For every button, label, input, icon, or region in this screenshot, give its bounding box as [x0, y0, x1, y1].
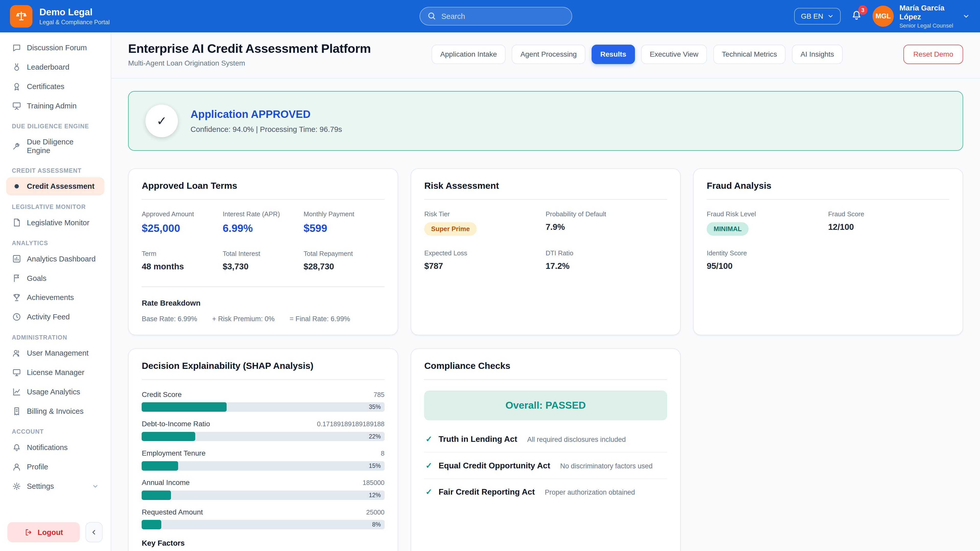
stat-label: Expected Loss [424, 249, 546, 257]
brand-subtitle: Legal & Compliance Portal [39, 19, 110, 26]
sidebar-item-training-admin[interactable]: Training Admin [6, 97, 104, 115]
progress-fill [142, 402, 227, 412]
stat-label: Risk Tier [424, 210, 546, 218]
sidebar-item-due-diligence-engine[interactable]: Due Diligence Engine [6, 133, 104, 159]
shap-feature-value: 185000 [363, 479, 385, 486]
sidebar-collapse-button[interactable] [86, 522, 102, 542]
risk-assessment-card: Risk Assessment Risk Tier Super Prime Pr… [410, 168, 681, 335]
stat-value: $25,000 [142, 222, 223, 234]
shap-bar-credit-score: Credit Score 785 35% [142, 391, 384, 412]
tab-bar: Application Intake Agent Processing Resu… [431, 44, 843, 64]
stat-total-interest: Total Interest $3,730 [223, 250, 304, 272]
card-title: Fraud Analysis [707, 181, 950, 200]
trophy-icon [12, 293, 21, 302]
logout-button[interactable]: Logout [7, 522, 80, 542]
logout-icon [24, 528, 33, 537]
sidebar-item-billing-invoices[interactable]: Billing & Invoices [6, 402, 104, 421]
progress-percent: 22% [369, 432, 381, 441]
stat-monthly-payment: Monthly Payment $599 [304, 210, 385, 234]
sidebar-item-label: Settings [27, 482, 54, 491]
stat-label: Approved Amount [142, 210, 223, 218]
shap-feature-label: Employment Tenure [142, 449, 205, 457]
bar-chart-icon [12, 254, 21, 264]
app-root: Demo Legal Legal & Compliance Portal GB … [0, 0, 980, 551]
shap-feature-value: 0.17189189189189188 [317, 421, 384, 428]
sidebar-section-legislative-monitor: LEGISLATIVE MONITOR [12, 203, 99, 210]
sidebar-item-analytics-dashboard[interactable]: Analytics Dashboard [6, 250, 104, 268]
tab-ai-insights[interactable]: AI Insights [792, 44, 843, 64]
overall-status-banner: Overall: PASSED [424, 391, 667, 421]
compliance-detail: Proper authorization obtained [545, 489, 635, 496]
compliance-checks-card: Compliance Checks Overall: PASSED ✓ Trut… [410, 348, 681, 551]
detail-cards-row: Decision Explainability (SHAP Analysis) … [128, 348, 963, 551]
notifications-button[interactable]: 3 [851, 9, 862, 24]
avatar: MGL [873, 6, 894, 27]
brand-logo[interactable] [10, 5, 32, 27]
progress-track: 12% [142, 491, 384, 500]
user-menu[interactable]: MGL María García López Senior Legal Coun… [873, 3, 970, 29]
sidebar-item-certificates[interactable]: Certificates [6, 78, 104, 96]
sidebar-item-legislative-monitor[interactable]: Legislative Monitor [6, 213, 104, 232]
document-icon [12, 218, 21, 227]
sidebar-item-goals[interactable]: Goals [6, 269, 104, 287]
stat-interest-rate: Interest Rate (APR) 6.99% [223, 210, 304, 234]
certificate-icon [12, 82, 21, 91]
language-selector[interactable]: GB EN [794, 8, 841, 24]
rate-breakdown-title: Rate Breakdown [142, 299, 384, 307]
shap-feature-label: Requested Amount [142, 508, 203, 516]
stat-label: DTI Ratio [546, 249, 667, 257]
tab-results[interactable]: Results [592, 44, 635, 64]
brand-title: Demo Legal [39, 7, 110, 17]
stat-value: 95/100 [707, 261, 828, 271]
sidebar-item-profile[interactable]: Profile [6, 458, 104, 476]
card-title: Decision Explainability (SHAP Analysis) [142, 361, 384, 380]
sidebar: Discussion Forum Leaderboard Certificate… [0, 32, 111, 551]
shap-analysis-card: Decision Explainability (SHAP Analysis) … [128, 348, 398, 551]
compliance-detail: No discriminatory factors used [560, 462, 652, 470]
sidebar-item-user-management[interactable]: User Management [6, 344, 104, 362]
search-input[interactable] [420, 7, 572, 25]
sidebar-item-notifications[interactable]: Notifications [6, 438, 104, 457]
sidebar-item-license-manager[interactable]: License Manager [6, 364, 104, 382]
sidebar-item-usage-analytics[interactable]: Usage Analytics [6, 383, 104, 401]
shap-feature-value: 25000 [366, 509, 384, 516]
card-title: Risk Assessment [424, 181, 667, 200]
users-icon [12, 348, 21, 358]
sidebar-item-activity-feed[interactable]: Activity Feed [6, 308, 104, 326]
progress-track: 8% [142, 520, 384, 529]
sidebar-item-credit-assessment[interactable]: Credit Assessment [6, 177, 104, 195]
sidebar-item-label: Discussion Forum [27, 43, 87, 52]
sidebar-item-leaderboard[interactable]: Leaderboard [6, 58, 104, 76]
compliance-row-truth-in-lending: ✓ Truth in Lending Act All required disc… [424, 426, 667, 453]
tab-technical-metrics[interactable]: Technical Metrics [713, 44, 786, 64]
page-title: Enterprise AI Credit Assessment Platform [128, 41, 371, 56]
sidebar-item-label: Legislative Monitor [27, 218, 89, 227]
shap-bar-employment-tenure: Employment Tenure 8 15% [142, 449, 384, 470]
sidebar-item-discussion-forum[interactable]: Discussion Forum [6, 39, 104, 57]
stat-value: 12/100 [828, 222, 950, 232]
stat-value: $3,730 [223, 262, 304, 272]
sidebar-section-administration: ADMINISTRATION [12, 334, 99, 341]
tab-executive-view[interactable]: Executive View [641, 44, 707, 64]
stat-value: 48 months [142, 262, 223, 272]
progress-percent: 35% [369, 402, 381, 412]
shap-feature-label: Credit Score [142, 391, 181, 399]
stat-label: Probability of Default [546, 210, 667, 218]
stat-label: Total Repayment [304, 250, 385, 257]
chevron-down-icon [827, 13, 834, 20]
sidebar-item-label: Achievements [27, 293, 74, 302]
dot-icon [12, 182, 21, 191]
sidebar-item-label: Credit Assessment [27, 182, 94, 191]
sidebar-item-settings[interactable]: Settings [6, 477, 104, 495]
shap-bar-requested-amount: Requested Amount 25000 8% [142, 508, 384, 529]
tab-application-intake[interactable]: Application Intake [431, 44, 506, 64]
notification-badge: 3 [858, 5, 868, 15]
progress-fill [142, 491, 171, 500]
card-title: Approved Loan Terms [142, 181, 384, 200]
stat-term: Term 48 months [142, 250, 223, 272]
reset-demo-button[interactable]: Reset Demo [904, 44, 963, 64]
card-title: Compliance Checks [424, 361, 667, 380]
tab-agent-processing[interactable]: Agent Processing [512, 44, 585, 64]
sidebar-item-achievements[interactable]: Achievements [6, 289, 104, 306]
sidebar-item-label: License Manager [27, 368, 84, 377]
